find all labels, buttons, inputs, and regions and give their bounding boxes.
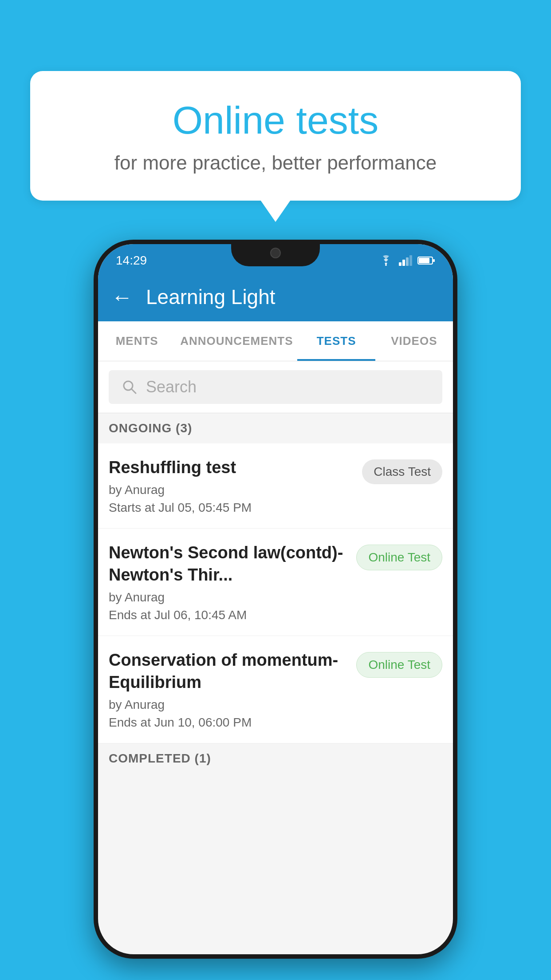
status-icons — [378, 255, 435, 266]
phone-screen: 14:29 — [98, 244, 453, 954]
speech-bubble: Online tests for more practice, better p… — [30, 71, 521, 201]
svg-rect-1 — [399, 262, 401, 266]
completed-section-header: COMPLETED (1) — [98, 743, 453, 774]
test-name-2: Newton's Second law(contd)-Newton's Thir… — [109, 542, 347, 586]
svg-point-0 — [385, 264, 387, 266]
test-item-1[interactable]: Reshuffling test by Anurag Starts at Jul… — [98, 443, 453, 529]
search-container: Search — [98, 361, 453, 413]
ongoing-section-header: ONGOING (3) — [98, 413, 453, 443]
svg-rect-4 — [409, 255, 412, 266]
test-time-3: Ends at Jun 10, 06:00 PM — [109, 715, 347, 730]
test-item-2[interactable]: Newton's Second law(contd)-Newton's Thir… — [98, 529, 453, 636]
wifi-icon — [378, 255, 394, 266]
phone-notch — [231, 240, 320, 266]
test-badge-1: Class Test — [362, 459, 442, 484]
battery-icon — [417, 256, 435, 265]
search-icon — [122, 379, 137, 395]
status-time: 14:29 — [116, 253, 147, 268]
test-time-value-2: Jul 06, 10:45 AM — [154, 608, 247, 622]
test-time-label-2: Ends at — [109, 608, 151, 622]
back-button[interactable]: ← — [111, 285, 133, 309]
search-bar[interactable]: Search — [109, 370, 442, 404]
tab-tests[interactable]: TESTS — [297, 321, 375, 361]
svg-line-9 — [131, 389, 136, 393]
test-time-value-1: Jul 05, 05:45 PM — [158, 501, 252, 514]
test-author-2: by Anurag — [109, 590, 347, 605]
test-time-2: Ends at Jul 06, 10:45 AM — [109, 608, 347, 622]
svg-rect-6 — [419, 258, 429, 263]
test-name-3: Conservation of momentum-Equilibrium — [109, 649, 347, 693]
test-author-1: by Anurag — [109, 483, 353, 497]
test-item-3[interactable]: Conservation of momentum-Equilibrium by … — [98, 636, 453, 743]
test-badge-3: Online Test — [356, 652, 442, 678]
test-author-3: by Anurag — [109, 698, 347, 712]
svg-rect-7 — [433, 259, 435, 262]
search-placeholder: Search — [146, 378, 197, 396]
app-title: Learning Light — [146, 285, 276, 309]
test-info-1: Reshuffling test by Anurag Starts at Jul… — [109, 457, 362, 515]
phone-camera — [270, 248, 281, 258]
svg-rect-2 — [402, 260, 405, 266]
test-badge-2: Online Test — [356, 545, 442, 570]
tab-announcements[interactable]: ANNOUNCEMENTS — [176, 321, 297, 361]
speech-bubble-container: Online tests for more practice, better p… — [30, 71, 521, 201]
speech-bubble-subtitle: for more practice, better performance — [66, 152, 485, 174]
signal-icon — [399, 255, 412, 266]
test-time-label-1: Starts at — [109, 501, 155, 514]
tab-videos[interactable]: VIDEOS — [375, 321, 453, 361]
test-name-1: Reshuffling test — [109, 457, 353, 478]
tab-ments[interactable]: MENTS — [98, 321, 176, 361]
test-time-label-3: Ends at — [109, 715, 151, 729]
test-info-3: Conservation of momentum-Equilibrium by … — [109, 649, 356, 730]
phone-frame: 14:29 — [94, 240, 457, 959]
speech-bubble-title: Online tests — [66, 98, 485, 143]
app-header: ← Learning Light — [98, 273, 453, 321]
svg-rect-3 — [406, 257, 409, 266]
test-info-2: Newton's Second law(contd)-Newton's Thir… — [109, 542, 356, 622]
tabs-bar: MENTS ANNOUNCEMENTS TESTS VIDEOS — [98, 321, 453, 361]
phone-container: 14:29 — [94, 240, 457, 959]
test-time-1: Starts at Jul 05, 05:45 PM — [109, 501, 353, 515]
test-time-value-3: Jun 10, 06:00 PM — [154, 715, 252, 729]
